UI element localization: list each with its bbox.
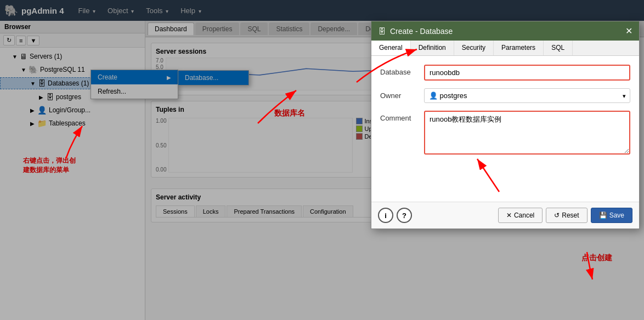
reset-button[interactable]: ↺ Reset bbox=[546, 208, 587, 223]
cancel-button[interactable]: ✕ Cancel bbox=[498, 208, 543, 223]
comment-field-label: Comment bbox=[380, 111, 424, 122]
database-field-label: Database bbox=[380, 65, 424, 76]
save-label: Save bbox=[609, 212, 624, 219]
reset-icon: ↺ bbox=[554, 212, 560, 219]
modal-title-area: 🗄 Create - Database bbox=[378, 27, 453, 36]
modal-content: Database Owner 👤 postgres ▾ bbox=[371, 56, 639, 202]
modal-header: 🗄 Create - Database ✕ bbox=[371, 21, 639, 41]
modal-close-button[interactable]: ✕ bbox=[625, 26, 632, 36]
cancel-icon: ✕ bbox=[506, 212, 512, 219]
footer-left: i ? bbox=[378, 208, 412, 223]
modal-title: Create - Database bbox=[390, 27, 453, 36]
comment-field: runoob教程数据库实例 bbox=[424, 111, 630, 156]
modal-tab-parameters[interactable]: Parameters bbox=[494, 41, 544, 55]
modal-overlay: 🗄 Create - Database ✕ General Definition… bbox=[0, 0, 644, 320]
database-field-row: Database bbox=[380, 65, 630, 81]
modal-tab-definition[interactable]: Definition bbox=[411, 41, 454, 55]
modal-tabs: General Definition Security Parameters S… bbox=[371, 41, 639, 56]
page-wrapper: 🐘 pgAdmin 4 File ▾ Object ▾ Tools ▾ Help… bbox=[0, 0, 644, 320]
owner-field: 👤 postgres ▾ bbox=[424, 88, 630, 103]
footer-right: ✕ Cancel ↺ Reset 💾 Save bbox=[498, 208, 632, 223]
save-icon: 💾 bbox=[599, 212, 607, 219]
modal-db-icon: 🗄 bbox=[378, 27, 386, 36]
cancel-label: Cancel bbox=[514, 212, 534, 219]
database-field bbox=[424, 65, 630, 81]
database-input[interactable] bbox=[424, 65, 630, 81]
owner-select-wrapper: 👤 postgres ▾ bbox=[424, 88, 630, 103]
help-button[interactable]: ? bbox=[397, 208, 412, 223]
comment-field-row: Comment runoob教程数据库实例 bbox=[380, 111, 630, 156]
modal-tab-general[interactable]: General bbox=[371, 41, 411, 55]
comment-textarea[interactable]: runoob教程数据库实例 bbox=[424, 111, 630, 155]
modal-tab-security[interactable]: Security bbox=[454, 41, 494, 55]
owner-field-label: Owner bbox=[380, 88, 424, 100]
create-database-modal: 🗄 Create - Database ✕ General Definition… bbox=[371, 21, 640, 229]
modal-footer: i ? ✕ Cancel ↺ Reset 💾 Save bbox=[371, 202, 639, 228]
owner-select[interactable]: 👤 postgres bbox=[424, 88, 630, 103]
modal-tab-sql[interactable]: SQL bbox=[544, 41, 573, 55]
owner-field-row: Owner 👤 postgres ▾ bbox=[380, 88, 630, 103]
reset-label: Reset bbox=[562, 212, 579, 219]
info-button[interactable]: i bbox=[378, 208, 393, 223]
save-button[interactable]: 💾 Save bbox=[591, 208, 632, 223]
